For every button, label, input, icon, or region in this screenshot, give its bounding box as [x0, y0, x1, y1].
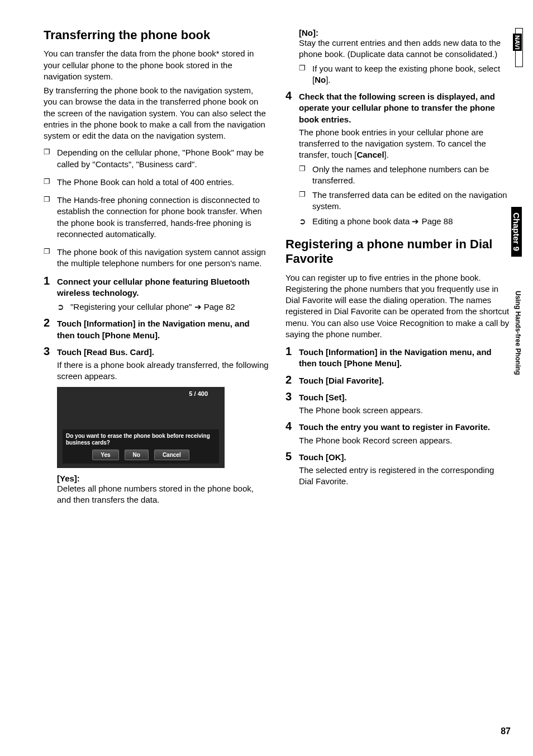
dialog-panel: Do you want to erase the phone book befo… [63, 429, 219, 464]
cross-reference: Editing a phone book data ➔ Page 88 [299, 216, 511, 227]
page-number: 87 [501, 726, 511, 736]
yes-button[interactable]: Yes [92, 450, 118, 460]
step-title: Touch [Information] in the Navigation me… [299, 347, 511, 370]
device-screenshot: 5 / 400 Do you want to erase the phone b… [57, 387, 225, 468]
list-item: Only the names and telephone numbers can… [299, 164, 511, 187]
option-no-body: Stay the current entries and then adds n… [299, 37, 511, 60]
dialog-prompt: Do you want to erase the phone book befo… [66, 433, 216, 446]
list-item: The Phone Book can hold a total of 400 e… [44, 177, 269, 188]
list-item: If you want to keep the existing phone b… [299, 63, 511, 86]
step-1: 1 Touch [Information] in the Navigation … [285, 347, 511, 370]
list-item: The transferred data can be edited on th… [299, 190, 511, 212]
step-title: Touch [Read Bus. Card]. [57, 347, 269, 358]
list-item: The Hands-free phoning connection is dis… [44, 195, 269, 240]
step-title: Touch the entry you want to register in … [299, 422, 511, 433]
step-body: If there is a phone book already transfe… [57, 360, 269, 382]
step-3: 3 Touch [Read Bus. Card]. If there is a … [44, 347, 269, 505]
cross-reference: "Registering your cellular phone" ➔ Page… [57, 301, 269, 313]
step-body: The Phone book Record screen appears. [299, 435, 511, 446]
notes-list: Depending on the cellular phone, "Phone … [44, 147, 269, 269]
no-button[interactable]: No [125, 450, 149, 460]
intro-text: You can transfer the data from the phone… [44, 48, 269, 82]
step-4: 4 Check that the following screen is dis… [285, 91, 511, 227]
step-number: 3 [44, 345, 50, 358]
dialog-buttons: Yes No Cancel [66, 450, 216, 460]
option-no-label: [No]: [299, 28, 511, 37]
step-title: Touch [OK]. [299, 452, 511, 463]
step-2: 2 Touch [Dial Favorite]. [285, 375, 511, 386]
intro-text: By transferring the phone book to the na… [44, 85, 269, 141]
step-number: 4 [285, 89, 292, 102]
step-1: 1 Connect your cellular phone featuring … [44, 276, 269, 313]
list-item: The phone book of this navigation system… [44, 247, 269, 270]
step-body: The Phone book screen appears. [299, 405, 511, 416]
sub-list: If you want to keep the existing phone b… [299, 63, 511, 86]
section-title: Registering a phone number in Dial Favor… [285, 237, 511, 267]
step-4: 4 Touch the entry you want to register i… [285, 422, 511, 446]
step-number: 2 [285, 374, 292, 386]
step-number: 3 [285, 390, 292, 403]
step-title: Check that the following screen is displ… [299, 91, 511, 125]
right-column: [No]: Stay the current entries and then … [285, 28, 511, 511]
step-5: 5 Touch [OK]. The selected entry is regi… [285, 452, 511, 488]
entry-count: 5 / 400 [189, 390, 208, 397]
section-title: Transferring the phone book [44, 28, 269, 42]
chapter-subtitle: Using Hands-free Phoning [514, 291, 522, 375]
intro-text: You can register up to five entries in t… [285, 272, 511, 341]
step-3: 3 Touch [Set]. The Phone book screen app… [285, 392, 511, 417]
step-body: The phone book entries in your cellular … [299, 127, 511, 161]
chapter-tab: Chapter 9 [511, 207, 522, 257]
step-title: Touch [Information] in the Navigation me… [57, 318, 269, 341]
step-number: 2 [44, 316, 50, 329]
step-number: 1 [285, 345, 292, 358]
option-yes-body: Deletes all phone numbers stored in the … [57, 483, 269, 506]
step-title: Touch [Dial Favorite]. [299, 375, 511, 386]
step-number: 5 [285, 450, 292, 463]
left-column: Transferring the phone book You can tran… [44, 28, 269, 511]
step-number: 1 [44, 275, 50, 287]
sub-list: Only the names and telephone numbers can… [299, 164, 511, 212]
step-title: Connect your cellular phone featuring Bl… [57, 276, 269, 299]
navi-tab: NAVI [513, 34, 522, 51]
list-item: Depending on the cellular phone, "Phone … [44, 147, 269, 170]
option-yes-label: [Yes]: [57, 474, 269, 483]
step-number: 4 [285, 420, 292, 433]
step-title: Touch [Set]. [299, 392, 511, 403]
step-body: The selected entry is registered in the … [299, 465, 511, 488]
step-2: 2 Touch [Information] in the Navigation … [44, 318, 269, 341]
cancel-button[interactable]: Cancel [154, 450, 189, 460]
